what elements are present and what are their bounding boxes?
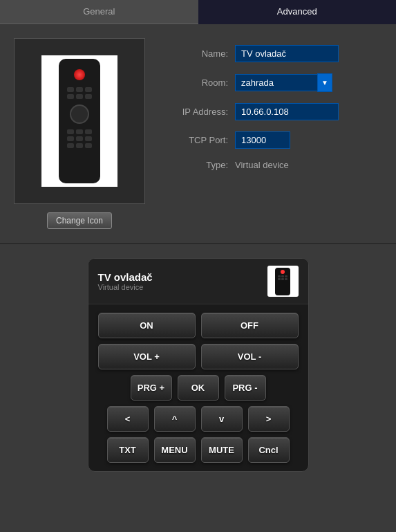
card-subtitle: Virtual device <box>98 283 153 291</box>
remote-small-btn <box>76 136 83 141</box>
name-input[interactable] <box>235 45 339 62</box>
remote-dpad <box>70 104 89 124</box>
tab-general[interactable]: General <box>0 0 198 24</box>
remote-small-btn <box>67 136 74 141</box>
card-buttons: ON OFF VOL + VOL - PRG + OK PRG - < ^ v … <box>88 304 308 471</box>
icon-preview-box <box>14 38 145 204</box>
device-card-section: TV ovladač Virtual device <box>0 244 396 486</box>
general-section: Change Icon Name: Room: zahrada obyvak l… <box>0 24 396 244</box>
remote-buttons-grid <box>67 87 92 99</box>
btn-menu[interactable]: MENU <box>154 437 196 463</box>
mini-btn <box>278 278 281 280</box>
mini-red-button <box>281 270 285 274</box>
btn-off[interactable]: OFF <box>201 313 299 338</box>
select-arrow-icon[interactable]: ▼ <box>317 73 332 92</box>
room-select[interactable]: zahrada obyvak loznice <box>235 74 318 91</box>
tab-bar: General Advanced <box>0 0 396 24</box>
btn-up[interactable]: ^ <box>154 406 196 432</box>
type-value: Virtual device <box>235 160 289 170</box>
btn-row-5: TXT MENU MUTE Cncl <box>98 437 299 463</box>
remote-small-btn <box>76 87 83 92</box>
remote-small-btn <box>85 143 92 148</box>
mini-btn <box>285 278 287 280</box>
btn-mute[interactable]: MUTE <box>201 437 243 463</box>
remote-small-btn <box>67 143 74 148</box>
tab-advanced[interactable]: Advanced <box>198 0 397 24</box>
tcp-label: TCP Port: <box>166 135 228 145</box>
type-row: Type: Virtual device <box>166 160 382 170</box>
room-select-wrapper: zahrada obyvak loznice ▼ <box>235 73 332 92</box>
btn-down[interactable]: v <box>201 406 243 432</box>
card-title: TV ovladač <box>98 271 153 283</box>
mini-btn <box>278 275 281 277</box>
card-icon-thumb <box>267 266 299 297</box>
btn-on[interactable]: ON <box>98 313 196 338</box>
btn-vol-minus[interactable]: VOL - <box>201 344 299 369</box>
remote-small-btn <box>85 136 92 141</box>
mini-grid <box>278 275 287 280</box>
remote-small-btn <box>67 87 74 92</box>
mini-btn <box>281 275 284 277</box>
ip-row: IP Address: <box>166 103 382 120</box>
device-card: TV ovladač Virtual device <box>88 258 309 472</box>
icon-area: Change Icon <box>14 38 145 229</box>
remote-red-button <box>74 69 85 80</box>
remote-small-btn <box>76 143 83 148</box>
remote-small-btn <box>85 94 92 99</box>
btn-cncl[interactable]: Cncl <box>248 437 290 463</box>
name-row: Name: <box>166 45 382 62</box>
btn-row-2: VOL + VOL - <box>98 344 299 369</box>
remote-small-btn <box>85 87 92 92</box>
change-icon-button[interactable]: Change Icon <box>47 212 112 229</box>
mini-btn <box>281 278 284 280</box>
mini-remote-icon <box>275 268 290 295</box>
remote-small-btn <box>67 129 74 134</box>
btn-row-1: ON OFF <box>98 313 299 338</box>
remote-small-btn <box>76 94 83 99</box>
mini-btn <box>285 275 287 277</box>
remote-bottom-btns <box>67 129 92 148</box>
btn-row-3: PRG + OK PRG - <box>98 375 299 401</box>
card-header: TV ovladač Virtual device <box>88 259 308 304</box>
name-label: Name: <box>166 48 228 59</box>
btn-right[interactable]: > <box>248 406 290 432</box>
tcp-input[interactable] <box>235 131 290 149</box>
room-row: Room: zahrada obyvak loznice ▼ <box>166 73 382 92</box>
room-label: Room: <box>166 77 228 88</box>
remote-small-btn <box>76 129 83 134</box>
ip-label: IP Address: <box>166 107 228 117</box>
btn-row-4: < ^ v > <box>98 406 299 432</box>
card-title-area: TV ovladač Virtual device <box>98 271 153 291</box>
btn-left[interactable]: < <box>107 406 149 432</box>
btn-prg-minus[interactable]: PRG - <box>225 375 266 401</box>
tcp-row: TCP Port: <box>166 131 382 149</box>
remote-body <box>59 59 100 183</box>
remote-small-btn <box>85 129 92 134</box>
btn-ok[interactable]: OK <box>178 375 219 401</box>
type-label: Type: <box>166 160 228 170</box>
remote-small-btn <box>67 94 74 99</box>
btn-txt[interactable]: TXT <box>107 437 149 463</box>
form-area: Name: Room: zahrada obyvak loznice ▼ IP … <box>166 38 382 229</box>
btn-vol-plus[interactable]: VOL + <box>98 344 196 369</box>
remote-image <box>41 55 117 187</box>
ip-input[interactable] <box>235 103 339 120</box>
btn-prg-plus[interactable]: PRG + <box>131 375 172 401</box>
